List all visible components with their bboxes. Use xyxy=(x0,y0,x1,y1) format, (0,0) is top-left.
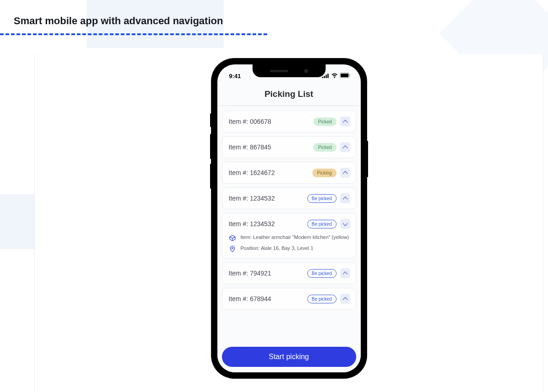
list-item-header: Item #: 1234532 Be picked xyxy=(229,219,350,229)
status-badge: Picked xyxy=(313,117,336,126)
expand-toggle[interactable] xyxy=(340,142,350,152)
list-item-header: Item #: 678944 Be picked xyxy=(229,294,350,304)
list-item-header: Item #: 867845 Picked xyxy=(229,142,350,152)
status-badge: Be picked xyxy=(307,220,337,228)
status-badge: Picked xyxy=(313,143,336,152)
item-right: Be picked xyxy=(307,193,350,203)
item-right: Picking xyxy=(312,168,350,178)
svg-rect-2 xyxy=(326,74,327,78)
speaker-icon xyxy=(270,70,288,72)
svg-rect-1 xyxy=(324,76,325,78)
list-item[interactable]: Item #: 794921 Be picked xyxy=(222,262,356,284)
item-right: Be picked xyxy=(307,294,350,304)
wifi-icon xyxy=(331,73,338,79)
expand-toggle[interactable] xyxy=(340,117,350,127)
svg-rect-0 xyxy=(322,77,323,78)
content-area: 9:41 Picking List xyxy=(34,54,543,392)
phone-button xyxy=(210,113,211,127)
phone-notch xyxy=(253,64,326,77)
item-right: Be picked xyxy=(307,268,350,278)
item-label: Item #: 006678 xyxy=(229,118,271,125)
list-item-header: Item #: 1234532 Be picked xyxy=(229,193,350,203)
battery-icon xyxy=(340,73,351,79)
item-label: Item #: 1624672 xyxy=(229,169,275,176)
expand-toggle[interactable] xyxy=(340,294,350,304)
list-item[interactable]: Item #: 1234532 Be picked Item: Leather … xyxy=(222,213,356,259)
detail-position-text: Position: Aisle 16, Bay 3, Level 1 xyxy=(241,245,314,251)
chevron-up-icon xyxy=(342,171,348,176)
phone-screen: 9:41 Picking List xyxy=(217,64,361,372)
item-right: Be picked xyxy=(307,219,350,229)
item-right: Picked xyxy=(313,142,350,152)
list-item-header: Item #: 794921 Be picked xyxy=(229,268,350,278)
list-item[interactable]: Item #: 1624672 Picking xyxy=(222,162,356,184)
bottom-bar: Start picking xyxy=(217,342,361,372)
chevron-down-icon xyxy=(342,221,348,226)
detail-row-position: Position: Aisle 16, Bay 3, Level 1 xyxy=(229,245,350,253)
list-item[interactable]: Item #: 867845 Picked xyxy=(222,136,356,158)
item-label: Item #: 1234532 xyxy=(229,220,275,228)
item-label: Item #: 678944 xyxy=(229,295,271,302)
app-header: Picking List xyxy=(217,84,361,106)
chevron-up-icon xyxy=(342,120,348,125)
status-badge: Picking xyxy=(312,169,336,177)
status-badge: Be picked xyxy=(307,194,337,203)
svg-point-7 xyxy=(232,247,233,249)
collapse-toggle[interactable] xyxy=(340,219,350,229)
box-icon xyxy=(229,234,236,242)
item-label: Item #: 1234532 xyxy=(229,195,275,202)
expand-toggle[interactable] xyxy=(340,193,350,203)
phone-button xyxy=(367,141,368,177)
bg-decoration xyxy=(0,194,34,249)
list-item[interactable]: Item #: 006678 Picked xyxy=(222,111,356,132)
chevron-up-icon xyxy=(342,271,348,276)
svg-rect-6 xyxy=(349,74,350,76)
status-badge: Be picked xyxy=(307,295,337,303)
status-time: 9:41 xyxy=(229,73,241,79)
dashed-divider xyxy=(0,33,267,35)
list-item-header: Item #: 006678 Picked xyxy=(229,117,350,127)
detail-row-item: Item: Leather armchair "Modern kitchen" … xyxy=(229,234,350,242)
phone-button xyxy=(210,134,211,159)
phone-button xyxy=(210,164,211,189)
picking-list[interactable]: Item #: 006678 Picked Item #: 867845 Pic… xyxy=(217,106,361,342)
item-label: Item #: 867845 xyxy=(229,143,271,151)
location-icon xyxy=(229,245,236,253)
expand-toggle[interactable] xyxy=(340,268,350,278)
item-label: Item #: 794921 xyxy=(229,270,271,277)
svg-rect-5 xyxy=(341,74,348,77)
chevron-up-icon xyxy=(342,196,348,201)
item-right: Picked xyxy=(313,117,350,127)
list-item[interactable]: Item #: 678944 Be picked xyxy=(222,288,356,310)
phone-frame: 9:41 Picking List xyxy=(211,58,367,378)
chevron-up-icon xyxy=(342,297,348,302)
expand-toggle[interactable] xyxy=(340,168,350,178)
list-item[interactable]: Item #: 1234532 Be picked xyxy=(222,187,356,209)
camera-icon xyxy=(304,69,308,73)
item-details: Item: Leather armchair "Modern kitchen" … xyxy=(229,234,350,253)
list-item-header: Item #: 1624672 Picking xyxy=(229,168,350,178)
chevron-up-icon xyxy=(342,145,348,150)
start-picking-button[interactable]: Start picking xyxy=(222,347,356,367)
status-icons xyxy=(322,73,351,79)
status-badge: Be picked xyxy=(307,269,337,278)
detail-item-text: Item: Leather armchair "Modern kitchen" … xyxy=(241,234,349,240)
svg-rect-3 xyxy=(327,74,329,78)
page-title: Smart mobile app with advanced navigatio… xyxy=(14,15,223,27)
